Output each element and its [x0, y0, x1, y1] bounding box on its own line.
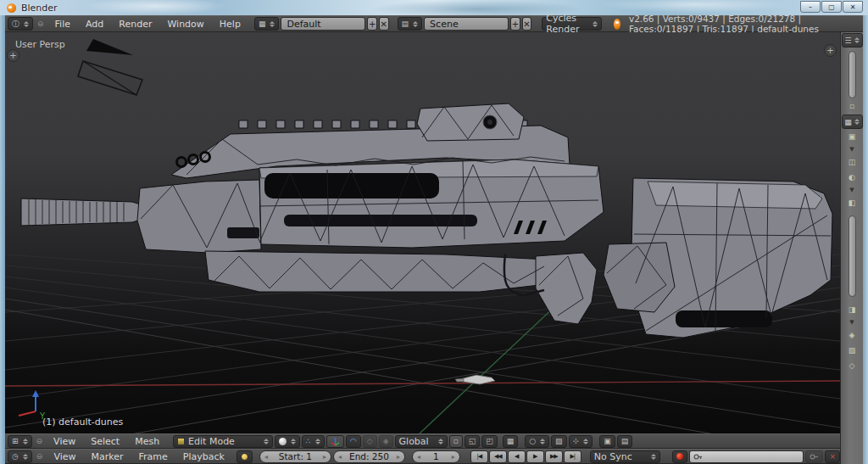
minimize-button[interactable]: –	[800, 1, 821, 13]
keying-set-field[interactable]	[689, 450, 804, 463]
prev-keyframe-button[interactable]: ◀◀	[489, 450, 507, 463]
frame-end-field[interactable]: ◂ End: 250 ▸	[333, 450, 405, 463]
maximize-button[interactable]: ▢	[821, 1, 842, 13]
screen-layout-name-field[interactable]: Default	[281, 17, 365, 31]
add-scene-button[interactable]: +	[510, 17, 520, 31]
opengl-render-image-button[interactable]: ▣	[599, 435, 615, 448]
increment-arrow-icon[interactable]: ▸	[452, 453, 455, 461]
decrement-arrow-icon[interactable]: ◂	[417, 453, 420, 461]
properties-scrollbar[interactable]	[849, 215, 856, 297]
occlude-geometry-icon: ▦	[507, 437, 515, 445]
view3d-editor-type-button[interactable]: ⊞	[8, 435, 32, 448]
menu-select[interactable]: Select	[84, 436, 126, 447]
timeline-editor-type-button[interactable]: ◷	[8, 450, 32, 463]
viewport-3d[interactable]: Y User Persp (1) default-dunes + +	[5, 32, 840, 433]
menu-window[interactable]: Window	[160, 19, 210, 30]
menu-help[interactable]: Help	[213, 19, 248, 30]
properties-tab-scene-icon[interactable]: ◫	[849, 158, 856, 166]
opengl-render-anim-button[interactable]: ▤	[617, 435, 633, 448]
render-engine-spinner-icon	[593, 21, 598, 27]
decrement-arrow-icon[interactable]: ◂	[338, 453, 342, 461]
info-editor-type-button[interactable]: ⓘ	[8, 17, 33, 31]
use-preview-range-button[interactable]	[236, 450, 253, 463]
menu-mesh[interactable]: Mesh	[128, 436, 166, 447]
close-button[interactable]: ✕	[843, 1, 863, 13]
menu-playback[interactable]: Playback	[176, 451, 231, 462]
manipulator-translate-button[interactable]	[326, 435, 344, 448]
properties-tab-physics-icon[interactable]: ◇	[849, 361, 855, 370]
manipulator-scale-button[interactable]: ◇	[363, 435, 377, 448]
current-frame-field[interactable]: ◂ 1 ▸	[412, 450, 460, 463]
view3d-editor-icon: ⊞	[12, 437, 19, 445]
toolshelf-expand-button[interactable]: +	[7, 49, 19, 62]
properties-tab-world-icon[interactable]: ◐	[849, 173, 855, 182]
mode-value: Edit Mode	[188, 436, 235, 447]
timeline-clock-icon: ◷	[12, 452, 19, 461]
menu-frame[interactable]: Frame	[132, 451, 175, 462]
viewport-shading-select[interactable]	[275, 435, 300, 448]
proportional-edit-select[interactable]: ○	[525, 435, 549, 448]
menu-marker[interactable]: Marker	[85, 451, 131, 462]
properties-spinner-icon	[854, 119, 860, 125]
pivot-point-select[interactable]: ∴	[302, 435, 325, 448]
next-keyframe-button[interactable]: ▶▶	[545, 450, 563, 463]
outliner-scrollbar[interactable]	[849, 51, 856, 98]
collapse-menus-icon[interactable]: ⊖	[35, 20, 47, 28]
collapse-menus-icon[interactable]: ⊖	[34, 452, 46, 461]
delete-keyframe-button[interactable]: ⨯	[825, 450, 840, 463]
edit-mode-icon	[177, 438, 185, 445]
menu-file[interactable]: File	[48, 19, 77, 30]
delete-scene-button[interactable]: ✕	[522, 17, 532, 31]
snap-toggle-button[interactable]: ▨	[551, 435, 567, 448]
properties-tab-object-icon[interactable]: ◧	[849, 198, 856, 207]
menu-add[interactable]: Add	[79, 19, 110, 30]
properties-tab-modifier-icon[interactable]: ◨	[849, 305, 856, 314]
decrement-arrow-icon[interactable]: ◂	[264, 453, 268, 461]
snap-element-select[interactable]: ⊹	[569, 435, 593, 448]
info-editor-icon: ⓘ	[12, 19, 19, 30]
timeline-editor-spinner-icon	[23, 454, 28, 460]
manipulator-extra-button[interactable]: ◈	[379, 435, 393, 448]
auto-keyframe-button[interactable]	[672, 450, 687, 463]
jump-to-start-button[interactable]: |◀	[470, 450, 488, 463]
properties-tab-texture-icon[interactable]: ▨	[849, 346, 856, 355]
insert-key-icon	[810, 452, 819, 461]
properties-tab-render-icon[interactable]: ▣	[849, 132, 856, 141]
info-header: ⓘ ⊖ File Add Render Window Help ▦ Defaul…	[5, 15, 863, 32]
select-mode-edge-button[interactable]: ◱	[465, 435, 481, 448]
camera-object[interactable]	[78, 39, 142, 95]
delete-layout-button[interactable]: ✕	[379, 17, 389, 31]
sync-spinner-icon	[651, 454, 656, 460]
frame-start-field[interactable]: ◂ Start: 1 ▸	[259, 450, 331, 463]
select-mode-vertex-button[interactable]: ▫	[449, 435, 463, 448]
add-layout-button[interactable]: +	[367, 17, 377, 31]
mode-select[interactable]: Edit Mode	[173, 435, 273, 448]
limit-visible-button[interactable]: ▦	[503, 435, 519, 448]
screen-layout-browse-button[interactable]: ▦	[254, 17, 280, 31]
properties-region-expand-button[interactable]: +	[824, 44, 837, 57]
increment-arrow-icon[interactable]: ▸	[397, 453, 400, 461]
scene-name-field[interactable]: Scene	[424, 17, 509, 31]
select-mode-face-button[interactable]: ◰	[481, 435, 498, 448]
timeline-header: ◷ ⊖ View Marker Frame Playback ◂ Start: …	[5, 449, 840, 464]
increment-arrow-icon[interactable]: ▸	[323, 453, 326, 461]
render-engine-select[interactable]: Cycles Render	[542, 17, 601, 31]
frame-end-value: End: 250	[349, 451, 389, 461]
jump-to-end-button[interactable]: ▶|	[564, 450, 581, 463]
scene-browse-button[interactable]: ▤	[398, 17, 423, 31]
manipulator-rotate-button[interactable]: ◠	[346, 435, 361, 448]
play-reverse-button[interactable]: ◀	[508, 450, 526, 463]
orientation-select[interactable]: Global	[395, 435, 448, 448]
properties-tab-material-icon[interactable]: ◈	[849, 331, 855, 339]
right-editor-strip: ☰ ▫ ▦ ▣ ▼ ◫ ◐ ▼ ◧ ◨ ▼ ◈ ▨ ◇	[840, 32, 863, 464]
menu-view[interactable]: View	[47, 451, 82, 462]
insert-keyframe-button[interactable]	[805, 450, 823, 463]
sync-mode-select[interactable]: No Sync	[590, 450, 661, 463]
properties-editor-type-button[interactable]: ▦	[842, 115, 863, 129]
view-name-label: User Persp	[15, 39, 65, 50]
menu-view[interactable]: View	[47, 436, 82, 447]
play-button[interactable]: ▶	[526, 450, 544, 463]
menu-render[interactable]: Render	[112, 19, 159, 30]
outliner-editor-type-button[interactable]: ☰	[842, 33, 863, 48]
collapse-menus-icon[interactable]: ⊖	[34, 437, 46, 445]
